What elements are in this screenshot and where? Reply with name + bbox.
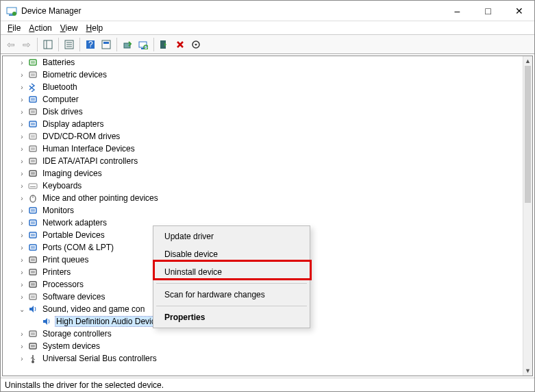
separator (116, 38, 117, 51)
expander-icon[interactable]: › (18, 158, 26, 165)
expander-icon[interactable]: › (18, 195, 26, 202)
hid-icon (27, 143, 38, 154)
tree-item-label: Sound, video and game con (41, 304, 146, 314)
print-icon (27, 254, 38, 265)
svg-rect-22 (31, 73, 35, 76)
update-driver-button[interactable] (120, 37, 135, 52)
expander-icon[interactable]: › (18, 281, 26, 289)
svg-rect-53 (31, 271, 35, 273)
expander-icon[interactable]: › (18, 269, 26, 276)
status-text: Uninstalls the driver for the selected d… (5, 380, 164, 390)
system-icon (27, 341, 38, 352)
bluetooth-icon (27, 82, 38, 93)
toolbar-button-5[interactable] (99, 37, 114, 52)
tree-item-label: Processors (41, 280, 85, 289)
svg-rect-39 (30, 186, 36, 187)
expander-icon[interactable]: › (18, 96, 26, 103)
tree-item[interactable]: ›IDE ATA/ATAPI controllers (3, 155, 523, 167)
tree-item-label: Bluetooth (41, 82, 79, 92)
svg-rect-55 (31, 283, 35, 286)
expander-icon[interactable]: › (18, 219, 26, 227)
expander-icon[interactable]: › (18, 182, 26, 190)
mouse-icon (27, 193, 38, 204)
tree-item[interactable]: ›System devices (3, 340, 523, 352)
scrollbar-thumb[interactable] (525, 66, 531, 203)
expander-icon[interactable]: › (18, 108, 26, 116)
expander-icon[interactable]: › (18, 145, 26, 153)
tree-item[interactable]: ›DVD/CD-ROM drives (3, 130, 523, 143)
tree-item-label: Biometric devices (41, 70, 108, 79)
tree-item[interactable]: ›Keyboards (3, 180, 523, 192)
menu-view[interactable]: View (56, 23, 82, 34)
tree-item[interactable]: ›Imaging devices (3, 167, 523, 180)
tree-item-label: Ports (COM & LPT) (41, 243, 115, 252)
expander-icon[interactable]: › (18, 293, 26, 301)
expander-icon[interactable]: › (18, 59, 26, 66)
tree-item[interactable]: ›Human Interface Devices (3, 143, 523, 155)
menu-action[interactable]: Action (25, 23, 55, 34)
minimize-button[interactable]: – (442, 1, 473, 21)
cpu-icon (27, 279, 38, 290)
menu-file[interactable]: File (3, 23, 25, 34)
expander-icon[interactable]: › (18, 232, 26, 239)
battery-icon (27, 57, 38, 68)
tree-item-label: Keyboards (41, 181, 83, 191)
help-button[interactable]: ? (83, 37, 98, 52)
scroll-up-icon[interactable]: ▲ (523, 56, 532, 66)
separator (58, 38, 59, 51)
back-button[interactable]: ⇦ (3, 37, 18, 52)
tree-item[interactable]: ›Bluetooth (3, 81, 523, 93)
tree-item[interactable]: ›Computer (3, 93, 523, 106)
usb-icon (27, 353, 38, 364)
tree-item[interactable]: ›Batteries (3, 56, 523, 69)
expander-icon[interactable]: › (18, 133, 26, 140)
uninstall-button[interactable] (173, 37, 188, 52)
tree-item[interactable]: ›Monitors (3, 204, 523, 217)
tree-item-label: IDE ATA/ATAPI controllers (41, 156, 139, 166)
tree-item[interactable]: ›Biometric devices (3, 69, 523, 81)
expander-icon[interactable]: › (18, 343, 26, 350)
expander-icon[interactable]: › (18, 71, 26, 79)
scan-hardware-button[interactable] (136, 37, 151, 52)
context-disable-device[interactable]: Disable device (155, 245, 308, 263)
scroll-down-icon[interactable]: ▼ (523, 366, 532, 376)
tree-item-label: Printers (41, 267, 72, 277)
context-properties[interactable]: Properties (155, 308, 308, 326)
expander-icon[interactable]: › (18, 244, 26, 252)
show-hide-tree-button[interactable] (40, 37, 55, 52)
context-uninstall-device[interactable]: Uninstall device (155, 263, 308, 281)
context-separator (156, 283, 307, 284)
expander-icon[interactable]: › (18, 355, 26, 363)
toolbar-button-last[interactable] (188, 37, 203, 52)
expander-icon[interactable]: › (18, 121, 26, 128)
toolbar: ⇦ ⇨ ? (1, 35, 534, 54)
tree-item-label: System devices (41, 341, 101, 351)
enable-device-button[interactable] (157, 37, 172, 52)
svg-rect-51 (31, 258, 35, 261)
expander-icon[interactable]: › (18, 170, 26, 177)
expander-icon[interactable]: › (18, 207, 26, 215)
maximize-button[interactable]: □ (473, 1, 503, 21)
properties-button[interactable] (62, 37, 77, 52)
forward-button[interactable]: ⇨ (19, 37, 34, 52)
title-bar: Device Manager – □ ✕ (1, 1, 534, 21)
tree-item-label: Batteries (41, 58, 76, 67)
svg-rect-43 (31, 209, 35, 212)
context-update-driver[interactable]: Update driver (155, 228, 308, 245)
expander-icon[interactable]: ⌄ (18, 306, 26, 313)
tree-item[interactable]: ›Display adapters (3, 118, 523, 130)
tree-item[interactable]: ›Universal Serial Bus controllers (3, 352, 523, 365)
disk-icon (27, 106, 38, 117)
menu-help[interactable]: Help (82, 23, 108, 34)
storage-icon (27, 328, 38, 339)
expander-icon[interactable]: › (18, 84, 26, 91)
portable-icon (27, 230, 38, 241)
expander-icon[interactable]: › (18, 256, 26, 264)
tree-item[interactable]: ›Mice and other pointing devices (3, 192, 523, 204)
tree-item[interactable]: ›Disk drives (3, 106, 523, 118)
context-scan-hardware[interactable]: Scan for hardware changes (155, 286, 308, 304)
close-button[interactable]: ✕ (503, 1, 534, 21)
vertical-scrollbar[interactable]: ▲ ▼ (523, 56, 532, 376)
tree-item[interactable]: ›Storage controllers (3, 328, 523, 340)
expander-icon[interactable]: › (18, 330, 26, 338)
